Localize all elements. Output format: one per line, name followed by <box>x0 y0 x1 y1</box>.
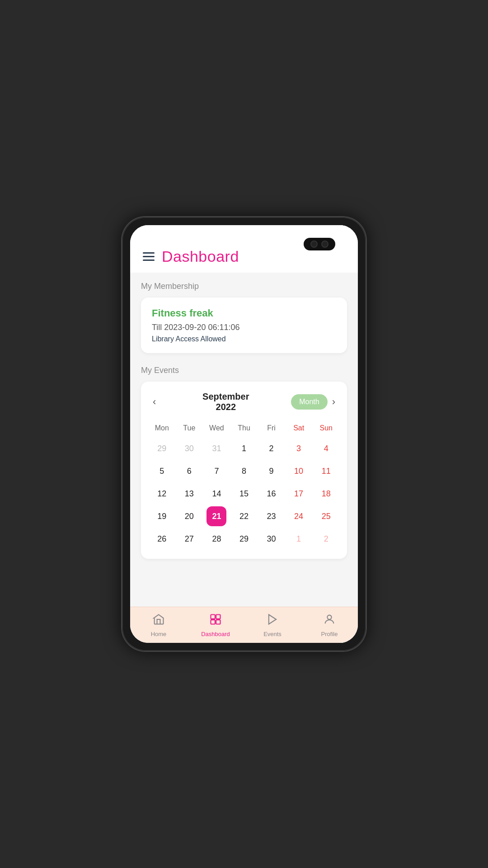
calendar-day-17[interactable]: 17 <box>289 484 309 504</box>
membership-plan-name: Fitness freak <box>152 307 336 319</box>
events-section-title: My Events <box>141 366 347 375</box>
calendar-day-29[interactable]: 29 <box>234 529 254 549</box>
svg-rect-1 <box>216 614 220 618</box>
calendar-day-4[interactable]: 4 <box>316 439 336 458</box>
calendar-day-1[interactable]: 1 <box>289 529 309 549</box>
calendar-day-7[interactable]: 7 <box>206 461 226 481</box>
calendar-day-14[interactable]: 14 <box>206 484 226 504</box>
calendar-day-6[interactable]: 6 <box>179 461 199 481</box>
svg-rect-3 <box>216 620 220 624</box>
calendar-day-2[interactable]: 2 <box>262 439 282 458</box>
calendar-day-15[interactable]: 15 <box>234 484 254 504</box>
profile-icon <box>323 613 336 629</box>
day-header-mon: Mon <box>148 421 176 435</box>
calendar-prev-button[interactable]: ‹ <box>148 394 160 410</box>
calendar-day-12[interactable]: 12 <box>152 484 172 504</box>
calendar-year: 2022 <box>216 402 236 412</box>
calendar-month-name: September <box>202 392 249 401</box>
svg-rect-2 <box>211 620 215 624</box>
membership-section-title: My Membership <box>141 282 347 291</box>
calendar-day-11[interactable]: 11 <box>316 461 336 481</box>
day-header-fri: Fri <box>258 421 285 435</box>
events-icon <box>266 613 279 629</box>
page-title: Dashboard <box>162 248 239 265</box>
svg-rect-0 <box>211 614 215 618</box>
day-header-sun: Sun <box>312 421 340 435</box>
bottom-navigation: Home Dashboard <box>130 607 358 643</box>
calendar-month-year: September 2022 <box>160 392 291 412</box>
calendar-day-24[interactable]: 24 <box>289 506 309 526</box>
dashboard-icon <box>209 613 222 629</box>
calendar-day-3[interactable]: 3 <box>289 439 309 458</box>
events-section: My Events ‹ September 2022 Month › <box>141 366 347 559</box>
calendar-day-20[interactable]: 20 <box>179 506 199 526</box>
nav-label-home: Home <box>151 631 167 637</box>
membership-till-date: Till 2023-09-20 06:11:06 <box>152 323 336 332</box>
membership-access-info: Library Access Allowed <box>152 335 336 343</box>
calendar-day-18[interactable]: 18 <box>316 484 336 504</box>
calendar-day-21[interactable]: 21 <box>206 506 226 526</box>
calendar-day-10[interactable]: 10 <box>289 461 309 481</box>
nav-item-events[interactable]: Events <box>244 613 301 637</box>
nav-item-dashboard[interactable]: Dashboard <box>187 613 244 637</box>
phone-frame: Dashboard My Membership Fitness freak Ti… <box>122 217 366 651</box>
day-header-tue: Tue <box>176 421 203 435</box>
nav-item-profile[interactable]: Profile <box>301 613 358 637</box>
calendar-header: ‹ September 2022 Month › <box>148 392 340 412</box>
day-header-wed: Wed <box>203 421 230 435</box>
calendar-day-16[interactable]: 16 <box>262 484 282 504</box>
main-content: My Membership Fitness freak Till 2023-09… <box>130 273 358 577</box>
calendar-day-25[interactable]: 25 <box>316 506 336 526</box>
calendar-day-5[interactable]: 5 <box>152 461 172 481</box>
nav-label-profile: Profile <box>321 631 338 637</box>
svg-marker-4 <box>269 614 276 624</box>
screen-content: Dashboard My Membership Fitness freak Ti… <box>130 225 358 643</box>
nav-label-events: Events <box>263 631 282 637</box>
calendar-next-button[interactable]: › <box>328 394 340 410</box>
calendar-grid: Mon Tue Wed Thu Fri Sat Sun 293031123456… <box>148 421 340 549</box>
home-icon <box>152 613 165 629</box>
month-view-button[interactable]: Month <box>291 394 327 410</box>
calendar-card: ‹ September 2022 Month › <box>141 382 347 559</box>
calendar-day-28[interactable]: 28 <box>206 529 226 549</box>
svg-point-5 <box>327 615 331 619</box>
day-header-thu: Thu <box>230 421 258 435</box>
calendar-day-29[interactable]: 29 <box>152 439 172 458</box>
day-header-sat: Sat <box>285 421 313 435</box>
calendar-day-30[interactable]: 30 <box>179 439 199 458</box>
calendar-day-13[interactable]: 13 <box>179 484 199 504</box>
calendar-day-26[interactable]: 26 <box>152 529 172 549</box>
calendar-day-9[interactable]: 9 <box>262 461 282 481</box>
calendar-day-31[interactable]: 31 <box>206 439 226 458</box>
calendar-day-19[interactable]: 19 <box>152 506 172 526</box>
hamburger-menu-button[interactable] <box>143 252 155 261</box>
camera-lens-1 <box>310 241 318 248</box>
calendar-day-2[interactable]: 2 <box>316 529 336 549</box>
calendar-day-30[interactable]: 30 <box>262 529 282 549</box>
calendar-days-header: Mon Tue Wed Thu Fri Sat Sun <box>148 421 340 435</box>
nav-item-home[interactable]: Home <box>130 613 187 637</box>
membership-card: Fitness freak Till 2023-09-20 06:11:06 L… <box>141 297 347 353</box>
calendar-day-1[interactable]: 1 <box>234 439 254 458</box>
calendar-day-23[interactable]: 23 <box>262 506 282 526</box>
calendar-day-8[interactable]: 8 <box>234 461 254 481</box>
nav-label-dashboard: Dashboard <box>201 631 230 637</box>
calendar-day-22[interactable]: 22 <box>234 506 254 526</box>
camera-area <box>304 238 335 250</box>
camera-lens-2 <box>321 241 328 248</box>
calendar-day-27[interactable]: 27 <box>179 529 199 549</box>
calendar-dates: 2930311234567891011121314151617181920212… <box>148 439 340 549</box>
phone-screen: Dashboard My Membership Fitness freak Ti… <box>130 225 358 643</box>
